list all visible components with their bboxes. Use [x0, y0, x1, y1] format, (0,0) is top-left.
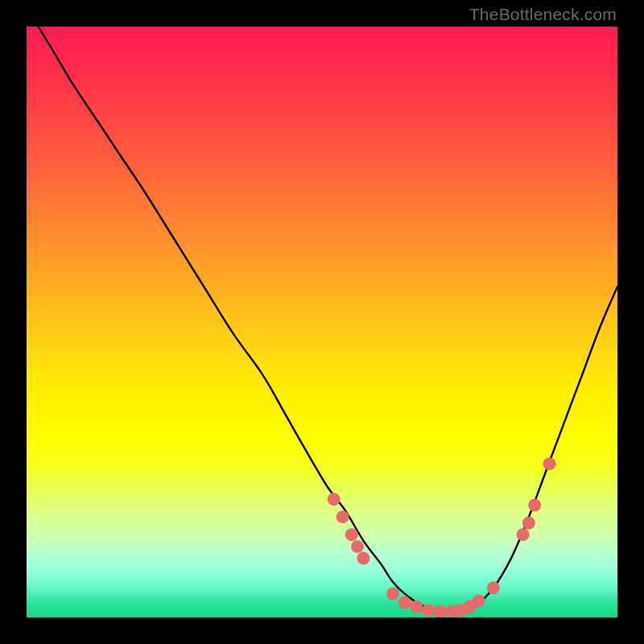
curve-layer — [27, 27, 617, 617]
data-point — [522, 517, 535, 530]
data-point — [543, 457, 556, 470]
data-point — [336, 510, 349, 523]
data-point — [528, 499, 541, 512]
data-point — [357, 552, 369, 565]
data-point — [422, 604, 435, 617]
watermark-text: TheBottleneck.com — [469, 5, 617, 24]
data-point — [345, 528, 358, 541]
data-point — [351, 540, 364, 553]
data-point — [328, 493, 341, 506]
data-point — [386, 588, 399, 601]
data-point — [410, 601, 423, 613]
data-point — [487, 581, 500, 594]
chart-stage: TheBottleneck.com — [0, 0, 644, 644]
data-point — [517, 528, 530, 541]
data-point — [473, 594, 485, 607]
data-point — [434, 605, 447, 617]
data-point — [398, 597, 411, 609]
plot-area — [27, 27, 617, 617]
